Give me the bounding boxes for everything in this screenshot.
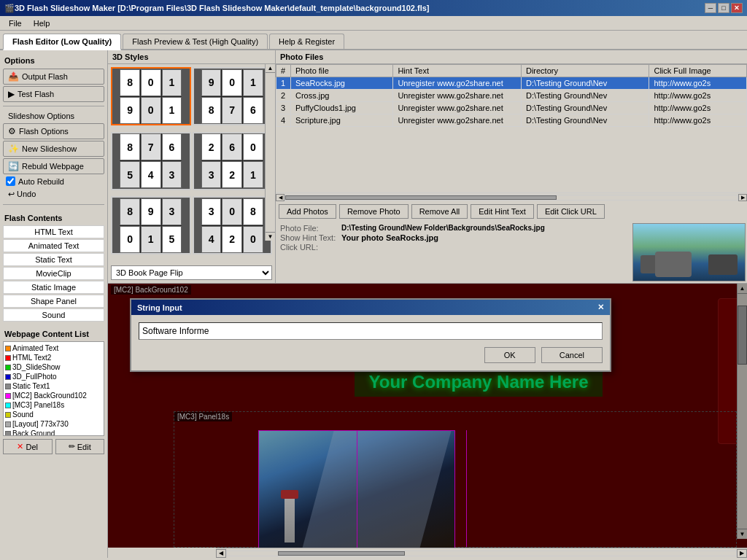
color-dot [5,393,11,399]
row-num: 4 [276,114,291,127]
edit-icon: ✏ [69,442,75,451]
animated-text-button[interactable]: Animated Text [3,239,104,252]
style-thumb-3[interactable]: 8 7 6 5 4 3 [111,132,191,190]
content-label: Static Text1 [12,382,50,390]
scroll-up-arrow[interactable]: ▲ [266,64,275,73]
styles-dropdown[interactable]: 3D Book Page Flip 3D Cube 3D Sphere Page… [111,265,272,280]
title-bar-icon: 🎬 [4,4,15,13]
row-hint: Unregister www.go2share.net [393,90,522,102]
auto-rebuild-checkbox[interactable] [6,176,15,186]
rebuild-webpage-button[interactable]: 🔄 Rebuld Webpage [3,158,104,174]
maximize-button[interactable]: □ [718,3,729,13]
tab-help-register[interactable]: Help & Register [269,34,344,49]
del-button[interactable]: ✕ Del [3,439,53,454]
table-hscroll[interactable]: ◀ ▶ [276,192,747,201]
row-url: http://www.go2s [649,114,747,127]
table-row[interactable]: 1 SeaRocks.jpg Unregister www.go2share.n… [276,77,747,90]
style-thumb-4[interactable]: 2 6 0 3 2 1 [193,132,273,190]
flash-contents-title: Flash Contents [4,214,104,222]
sound-button[interactable]: Sound [3,308,104,322]
options-title: Options [4,56,104,65]
content-item-mc3-panel18s[interactable]: [MC3] Panel18s [5,400,102,410]
styles-panel: 3D Styles 8 0 1 9 0 1 [108,50,276,283]
content-item-mc2-background[interactable]: [MC2] BackGround102 [5,391,102,400]
hscroll-right[interactable]: ▶ [737,549,747,558]
string-input-field[interactable] [139,322,603,340]
close-button[interactable]: ✕ [731,3,743,13]
num-cell: 4 [141,161,161,188]
tab-flash-editor[interactable]: Flash Editor (Low Quality) [3,34,121,50]
num-cell: 0 [141,97,161,124]
edit-hint-text-button[interactable]: Edit Hint Text [471,204,534,219]
remove-photo-button[interactable]: Remove Photo [339,204,409,219]
minimize-button[interactable]: ─ [705,3,716,13]
dialog-close-icon[interactable]: ✕ [597,303,604,312]
num-cell: 6 [222,133,242,160]
tab-flash-preview[interactable]: Flash Preview & Test (High Quality) [123,34,268,49]
num-cell: 8 [201,97,222,124]
menu-file[interactable]: File [3,18,28,29]
canvas-container: [MC2] BackGround102 Photo Text! Your Com… [108,284,747,548]
webpage-content-list: Animated Text HTML Text2 3D_SlideShow 3D… [3,341,104,436]
content-item-html-text2[interactable]: HTML Text2 [5,353,102,362]
content-label: 3D_FullPhoto [12,373,57,381]
scroll-left-arrow[interactable]: ◀ [276,194,285,201]
table-row[interactable]: 4 Scripture.jpg Unregister www.go2share.… [276,114,747,127]
content-label: HTML Text2 [12,354,51,362]
row-file: PuffyClouds1.jpg [291,102,393,114]
dialog-cancel-button[interactable]: Cancel [541,347,603,363]
num-cell: 1 [162,97,182,124]
scroll-down-arrow[interactable]: ▼ [266,232,275,241]
canvas-hscroll-bar[interactable]: ◀ ▶ [216,548,747,558]
scroll-right-arrow[interactable]: ▶ [738,194,747,201]
static-image-button[interactable]: Static Image [3,281,104,294]
style-thumb-2[interactable]: 9 0 1 8 7 6 [193,67,273,125]
dialog-ok-button[interactable]: OK [484,347,535,363]
content-item-3d-slideshow[interactable]: 3D_SlideShow [5,362,102,372]
title-bar-text: 3D Flash Slideshow Maker [D:\Program Fil… [15,4,705,12]
edit-click-url-button[interactable]: Edit Click URL [537,204,605,219]
content-item-3d-fullphoto[interactable]: 3D_FullPhoto [5,372,102,381]
remove-all-button[interactable]: Remove All [411,204,468,219]
undo-icon: ↩ [8,190,17,198]
new-slideshow-button[interactable]: ✨ New Slideshow [3,141,104,157]
photo-preview [632,223,746,281]
photos-table-scroll[interactable]: # Photo file Hint Text Directory Click F… [276,64,747,192]
test-flash-button[interactable]: ▶ Test Flash [3,86,104,102]
click-url-row: Click URL: [280,243,627,252]
num-cell: 8 [120,133,140,160]
content-item-static-text1[interactable]: Static Text1 [5,381,102,391]
num-cell: 0 [141,69,161,96]
style-thumb-5[interactable]: 8 9 3 0 1 5 [111,196,191,254]
style-thumb-6[interactable]: 3 0 8 4 2 0 [193,196,273,254]
edit-button[interactable]: ✏ Edit [55,439,105,454]
row-hint: Unregister www.go2share.net [393,102,522,114]
sea-rocks-preview [633,224,745,281]
row-num: 1 [276,77,291,90]
static-text-button[interactable]: Static Text [3,253,104,266]
num-cell: 5 [162,226,182,253]
content-item-sound[interactable]: Sound [5,410,102,419]
slideshow-options-button[interactable]: Slideshow Options [3,109,104,122]
output-flash-button[interactable]: 📤 Output Flash [3,69,104,85]
html-text-button[interactable]: HTML Text [3,225,104,238]
table-row[interactable]: 2 Cross.jpg Unregister www.go2share.net … [276,90,747,102]
content-item-animated-text[interactable]: Animated Text [5,343,102,353]
style-thumb-1[interactable]: 8 0 1 9 0 1 [111,67,191,125]
content-label: Back Ground [12,429,55,436]
num-cell: 0 [243,133,263,160]
add-photos-button[interactable]: Add Photos [279,204,336,219]
num-cell: 2 [222,161,242,188]
table-row[interactable]: 3 PuffyClouds1.jpg Unregister www.go2sha… [276,102,747,114]
content-item-layout[interactable]: [Layout] 773x730 [5,419,102,429]
row-hint: Unregister www.go2share.net [393,114,522,127]
shape-panel-button[interactable]: Shape Panel [3,295,104,308]
content-item-background[interactable]: Back Ground [5,429,102,436]
flash-options-button[interactable]: ⚙ Flash Options [3,123,104,139]
hscroll-left[interactable]: ◀ [216,549,226,558]
num-cell: 9 [120,97,140,124]
movieclip-button[interactable]: MovieClip [3,267,104,280]
menu-help[interactable]: Help [28,18,56,29]
undo-button[interactable]: ↩ Undo [3,187,104,201]
photos-panel-title: Photo Files [276,50,747,64]
